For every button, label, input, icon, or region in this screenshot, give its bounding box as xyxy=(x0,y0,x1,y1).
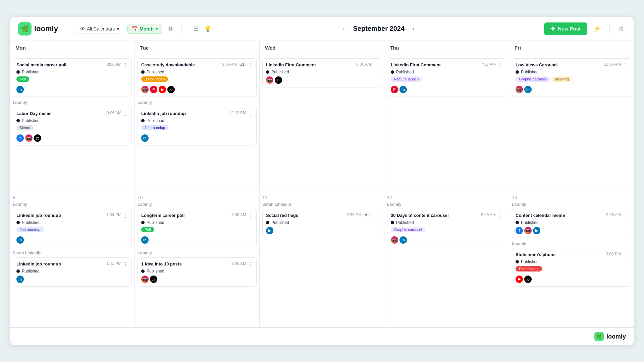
next-month-button[interactable]: › xyxy=(410,24,417,34)
post-card[interactable]: Labor Day meme 9:06 AM ⋮ Published Meme … xyxy=(13,107,132,145)
post-card[interactable]: Content calendar meme 9:06 AM ⋮ Publishe… xyxy=(512,209,631,238)
status-dot xyxy=(141,269,145,273)
tiktok-icon: ♪ xyxy=(150,276,157,283)
post-title: 1 idea into 10 posts xyxy=(141,261,229,267)
nav-center: ‹ September 2024 › xyxy=(217,24,540,34)
status-label: Published xyxy=(22,220,40,225)
post-title: Stole mom's phone xyxy=(516,252,604,258)
instagram-icon: 📷 xyxy=(391,236,398,244)
section-label: Sarah LinkedIn xyxy=(13,250,132,256)
post-card[interactable]: LinkedIn job roundup 12:22 PM ⋮ Publishe… xyxy=(138,107,257,145)
post-menu-button[interactable]: ⋮ xyxy=(622,252,628,258)
pinterest-icon: P xyxy=(150,86,157,93)
linkedin-icon: in xyxy=(399,86,407,93)
post-menu-button[interactable]: ⋮ xyxy=(622,213,628,219)
post-menu-button[interactable]: ⋮ xyxy=(372,213,378,219)
status-dot xyxy=(266,70,269,74)
prev-month-button[interactable]: ‹ xyxy=(340,24,348,34)
post-status: Published xyxy=(391,220,502,225)
section-label: Loomly xyxy=(138,250,257,256)
status-dot xyxy=(141,119,145,122)
post-status: Published xyxy=(516,259,628,264)
post-time: 8:06 AM xyxy=(481,213,496,217)
post-card[interactable]: Longterm career poll 7:06 AM ⋮ Published… xyxy=(138,209,257,247)
post-title: Social media career poll xyxy=(16,62,105,68)
post-card[interactable]: LinkedIn First Comment 8:06 AM ⋮ Publish… xyxy=(262,58,381,87)
status-label: Published xyxy=(22,269,40,274)
month-button[interactable]: 📅 Month ▾ xyxy=(127,24,162,34)
day-number: 13 xyxy=(512,195,631,200)
copy-icon[interactable]: ⧉ xyxy=(166,23,175,34)
section-label: Sarah LinkedIn xyxy=(262,201,381,207)
section-label: Loomly xyxy=(512,241,631,247)
status-dot xyxy=(266,221,269,224)
post-card[interactable]: 30 Days of content carousel 8:06 AM ⋮ Pu… xyxy=(387,209,506,247)
day-number: 12 xyxy=(387,195,506,200)
post-menu-button[interactable]: ⋮ xyxy=(123,62,128,68)
header-mon: Mon xyxy=(10,41,135,55)
status-dot xyxy=(516,70,519,74)
post-card[interactable]: Stole mom's phone 3:06 PM ⋮ Published En… xyxy=(512,248,631,287)
idea-view-button[interactable]: 💡 xyxy=(202,23,213,35)
logo-text: loomly xyxy=(34,24,58,33)
post-status: Published xyxy=(141,118,253,123)
tiktok-icon: ♪ xyxy=(524,276,532,283)
post-card[interactable]: Social red flags 2:55 PM x1 ⋮ Published … xyxy=(262,209,381,238)
section-label: Loomly xyxy=(138,201,257,207)
post-menu-button[interactable]: ⋮ xyxy=(248,261,253,267)
status-dot xyxy=(16,221,20,224)
post-card[interactable]: LinkedIn job roundup 1:34 PM ⋮ Published… xyxy=(13,209,132,247)
post-time: 12:22 PM xyxy=(229,111,246,115)
logo: 🌿 loomly xyxy=(18,22,58,36)
youtube-icon: ▶ xyxy=(516,276,523,283)
post-menu-button[interactable]: ⋮ xyxy=(497,62,502,68)
post-menu-button[interactable]: ⋮ xyxy=(248,213,253,219)
status-label: Published xyxy=(271,220,289,225)
post-card[interactable]: 1 idea into 10 posts 9:06 AM ⋮ Published… xyxy=(138,257,257,287)
week1-tue: Case study downloadable 9:06 AM x1 ⋮ Pub… xyxy=(135,55,260,191)
post-menu-button[interactable]: ⋮ xyxy=(497,213,502,219)
week2-fri: 13 Loomly Content calendar meme 9:06 AM … xyxy=(509,191,634,328)
post-card[interactable]: Social media career poll 8:06 AM ⋮ Publi… xyxy=(13,58,132,97)
all-calendars-button[interactable]: 👁 All Calendars ▾ xyxy=(76,24,123,34)
list-view-button[interactable]: ☰ xyxy=(191,23,201,35)
header-right: ✚ New Post ⚡ ⚙ xyxy=(544,22,626,35)
post-card[interactable]: LinkedIn First Comment 7:07 AM ⋮ Publish… xyxy=(387,58,506,97)
filter-button[interactable]: ⚡ xyxy=(591,23,603,35)
post-status: Published xyxy=(16,220,128,225)
post-menu-button[interactable]: ⋮ xyxy=(622,62,628,68)
social-icons: Poll xyxy=(16,76,128,84)
new-post-button[interactable]: ✚ New Post xyxy=(544,22,587,35)
post-menu-button[interactable]: ⋮ xyxy=(123,111,128,117)
logo-icon: 🌿 xyxy=(18,22,32,36)
post-menu-button[interactable]: ⋮ xyxy=(372,62,378,68)
post-card[interactable]: Case study downloadable 9:06 AM x1 ⋮ Pub… xyxy=(138,58,257,97)
footer-logo-text: loomly xyxy=(606,333,626,340)
status-label: Published xyxy=(521,70,539,74)
status-dot xyxy=(516,221,519,224)
post-card[interactable]: Low Views Carousel 10:06 AM ⋮ Published … xyxy=(512,58,631,97)
status-dot xyxy=(16,269,20,273)
linkedin-icon: in xyxy=(16,86,24,93)
day-number: 9 xyxy=(13,195,132,200)
settings-button[interactable]: ⚙ xyxy=(616,23,626,35)
linkedin-icon: in xyxy=(524,86,532,93)
tag: Entertaining xyxy=(516,266,542,272)
chevron-down-icon: ▾ xyxy=(117,26,119,32)
post-status: Published xyxy=(391,70,502,74)
post-menu-button[interactable]: ⋮ xyxy=(248,62,253,68)
post-menu-button[interactable]: ⋮ xyxy=(123,213,128,219)
status-label: Published xyxy=(147,269,164,274)
post-menu-button[interactable]: ⋮ xyxy=(123,261,128,267)
instagram-icon: 📷 xyxy=(266,76,273,84)
tag: B Roll Video xyxy=(141,76,168,82)
tag: Graphic carousel xyxy=(516,76,550,82)
post-card[interactable]: LinkedIn job roundup 1:41 PM ⋮ Published… xyxy=(13,257,132,287)
status-label: Published xyxy=(147,220,164,225)
linkedin-icon: in xyxy=(399,236,407,244)
view-toggle: ☰ 💡 xyxy=(191,23,213,35)
post-menu-button[interactable]: ⋮ xyxy=(248,111,253,117)
week2-mon: 9 Loomly LinkedIn job roundup 1:34 PM ⋮ … xyxy=(10,191,135,328)
calendar-body: Mon Tue Wed Thu Fri Social media career … xyxy=(10,41,634,327)
tag: Job roundup xyxy=(16,227,44,232)
